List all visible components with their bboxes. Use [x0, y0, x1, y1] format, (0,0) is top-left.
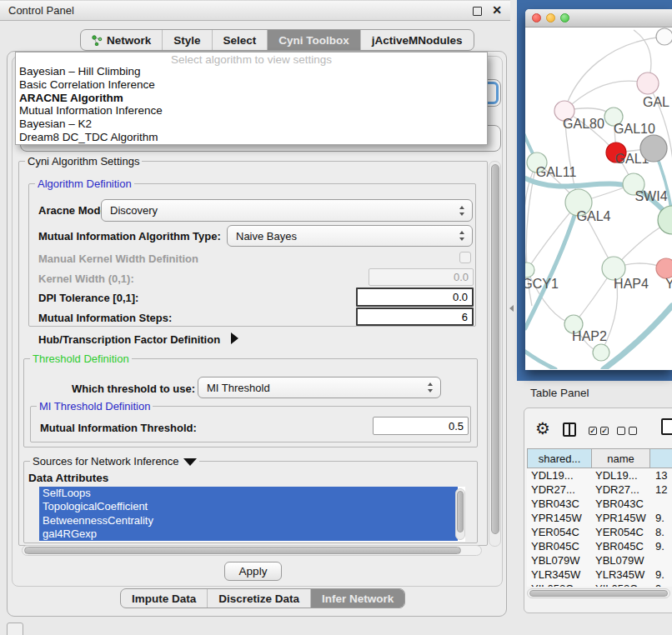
network-window-titlebar[interactable]: [525, 9, 672, 28]
mac-minimize-icon[interactable]: [546, 13, 555, 22]
unchecked-checkbox-icon[interactable]: [617, 427, 625, 435]
column-header-name[interactable]: name: [592, 448, 650, 468]
table-row[interactable]: YBL079WYBL079W: [527, 553, 672, 568]
table-cell: 12: [650, 483, 672, 496]
kernel-width-input[interactable]: [369, 268, 474, 286]
tab-label: Select: [223, 34, 257, 47]
collapse-arrow-icon[interactable]: [183, 458, 197, 466]
table-cell: YBR045C: [527, 540, 592, 552]
tab-label: Impute Data: [132, 592, 196, 605]
algorithm-dropdown-popup: Select algorithm to view settings Bayesi…: [15, 52, 488, 145]
mi-steps-input[interactable]: [356, 308, 474, 326]
tab-select[interactable]: Select: [212, 30, 268, 50]
mac-close-icon[interactable]: [532, 13, 541, 22]
mac-zoom-icon[interactable]: [560, 13, 569, 22]
table-panel-title: Table Panel: [530, 387, 589, 399]
expand-arrow-icon[interactable]: [231, 332, 238, 344]
settings-hscrollbar-track[interactable]: [22, 545, 482, 556]
column-header-partial[interactable]: [650, 448, 672, 468]
settings-scrollbar-thumb[interactable]: [491, 164, 499, 534]
minimized-panel-icon[interactable]: [7, 622, 23, 635]
algorithm-option[interactable]: Dream8 DC_TDC Algorithm: [16, 131, 487, 144]
network-node[interactable]: [656, 28, 672, 45]
table-row[interactable]: YER054CYER054C8.: [527, 525, 672, 539]
table-cell: YIL052C: [527, 582, 592, 587]
settings-hscrollbar-thumb[interactable]: [24, 547, 461, 554]
unchecked-checkbox-icon[interactable]: [629, 427, 637, 435]
attribute-list-item[interactable]: BetweennessCentrality: [39, 514, 458, 528]
tab-infer-network[interactable]: Infer Network: [310, 589, 404, 608]
table-row[interactable]: YBR043CYBR043C: [527, 497, 672, 511]
split-columns-icon[interactable]: [563, 422, 576, 437]
mi-type-label: Mutual Information Algorithm Type:: [38, 230, 221, 242]
table-cell: YPR145W: [527, 512, 592, 524]
control-panel-titlebar: Control Panel ✕: [0, 0, 510, 21]
tab-style[interactable]: Style: [162, 30, 211, 50]
network-node[interactable]: [593, 344, 609, 361]
gear-icon[interactable]: ⚙: [535, 420, 550, 437]
tab-label: Discretize Data: [218, 592, 299, 605]
network-node[interactable]: [525, 262, 534, 278]
mi-type-combobox[interactable]: Naive Bayes: [227, 225, 473, 247]
algorithm-option[interactable]: Mutual Information Inference: [16, 104, 487, 118]
mi-steps-label: Mutual Information Steps:: [38, 312, 172, 324]
manual-kernel-checkbox[interactable]: [459, 252, 471, 263]
tab-label: Infer Network: [322, 592, 394, 605]
column-header-shared[interactable]: shared...: [527, 448, 592, 468]
close-icon[interactable]: ✕: [492, 3, 502, 17]
document-icon[interactable]: [661, 418, 672, 435]
apply-button[interactable]: Apply: [224, 562, 282, 581]
network-node[interactable]: [637, 72, 659, 94]
checked-checkbox-icon[interactable]: ✓: [589, 427, 597, 435]
network-node-label: HAP4: [614, 277, 649, 291]
algorithm-option[interactable]: ARACNE Algorithm: [16, 92, 487, 105]
table-hscrollbar-thumb[interactable]: [529, 590, 668, 597]
algorithm-option[interactable]: Bayesian – Hill Climbing: [16, 65, 487, 78]
table-row[interactable]: YDR27...YDR27...12: [527, 482, 672, 497]
mi-threshold-input[interactable]: [373, 417, 469, 435]
attribute-list-item[interactable]: TopologicalCoefficient: [39, 500, 458, 513]
tab-discretize-data[interactable]: Discretize Data: [207, 589, 310, 608]
network-view-window[interactable]: GALGAL80GAL10GAL1GAL11SWI4GAL4GCY1HAP4YH…: [525, 9, 672, 370]
table-cell: YBL079W: [592, 554, 650, 567]
table-cell: YER054C: [592, 526, 650, 538]
tab-cyni-toolbox[interactable]: Cyni Toolbox: [267, 30, 360, 50]
algorithm-option[interactable]: Bayesian – K2: [16, 118, 487, 131]
attr-scrollbar-track[interactable]: [455, 488, 465, 540]
which-threshold-combobox[interactable]: MI Threshold: [198, 377, 441, 398]
control-panel-title: Control Panel: [8, 4, 74, 17]
aracne-mode-combobox[interactable]: Discovery: [101, 199, 473, 222]
splitter-collapse-icon[interactable]: [509, 305, 514, 312]
network-node[interactable]: [640, 135, 667, 162]
network-node[interactable]: [656, 258, 672, 278]
network-node-label: SWI4: [634, 189, 667, 203]
hub-section-label: Hub/Transcription Factor Definition: [38, 333, 220, 346]
table-row[interactable]: YLR345WYLR345W9.: [527, 568, 672, 582]
table-body[interactable]: YDL19...YDL19...13YDR27...YDR27...12YBR0…: [527, 468, 672, 587]
table-row[interactable]: YBR045CYBR045C9.: [527, 539, 672, 553]
float-window-icon[interactable]: [473, 7, 482, 16]
algorithm-option[interactable]: Basic Correlation Inference: [16, 78, 487, 92]
table-row[interactable]: YPR145WYPR145W9.: [527, 511, 672, 525]
network-canvas[interactable]: GALGAL80GAL10GAL1GAL11SWI4GAL4GCY1HAP4YH…: [525, 27, 672, 369]
table-row[interactable]: YIL052CYIL052C9.: [527, 582, 672, 587]
attr-scrollbar-thumb[interactable]: [457, 491, 464, 532]
table-row[interactable]: YDL19...YDL19...13: [527, 468, 672, 482]
attr-list[interactable]: SelfLoopsTopologicalCoefficientBetweenne…: [39, 487, 465, 542]
tab-impute-data[interactable]: Impute Data: [121, 589, 207, 608]
table-cell: 9.: [650, 512, 672, 524]
control-panel-tabbar: Network Style Select Cyni Toolbox jActiv…: [80, 29, 474, 51]
mi-threshold-legend: MI Threshold Definition: [37, 400, 153, 412]
tab-network[interactable]: Network: [81, 30, 162, 50]
tab-jactivemnodules[interactable]: jActiveMNodules: [360, 30, 474, 50]
tab-label: Cyni Toolbox: [278, 34, 349, 47]
dpi-tolerance-input[interactable]: [356, 288, 474, 307]
checked-checkbox-icon[interactable]: ✓: [600, 427, 609, 435]
table-cell: YDR27...: [592, 483, 650, 496]
table-hscrollbar-track[interactable]: [527, 588, 670, 598]
attribute-list-item[interactable]: gal4RGexp: [39, 528, 458, 541]
table-cell: 9.: [650, 582, 672, 587]
settings-scrollbar-track[interactable]: [489, 161, 501, 547]
manual-kernel-label: Manual Kernel Width Definition: [38, 252, 198, 265]
attribute-list-item[interactable]: SelfLoops: [39, 487, 458, 500]
